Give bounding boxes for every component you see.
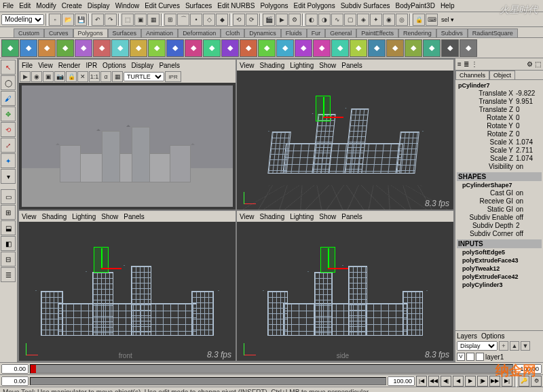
display-alpha-icon[interactable]: α (100, 71, 111, 82)
menu-display[interactable]: Display (88, 2, 110, 9)
input-node[interactable]: polySoftEdge5 (457, 248, 542, 256)
shelf-poly-icon-2[interactable]: ◆ (38, 39, 56, 57)
render-globals-icon[interactable]: ⚙ (288, 14, 301, 26)
history-off-icon[interactable]: ⟳ (246, 14, 258, 26)
keep-image-icon[interactable]: 🔒 (66, 71, 77, 82)
shelf-poly-icon-6[interactable]: ◆ (111, 39, 129, 57)
layers-options-tab[interactable]: Options (481, 332, 504, 340)
shelf-tab-animation[interactable]: Animation (141, 28, 178, 37)
mask-deform-icon[interactable]: ◈ (357, 14, 369, 26)
move-down-icon[interactable]: ▼ (521, 341, 530, 351)
shape-name[interactable]: pCylinderShape7 (457, 181, 542, 189)
render-menu-render[interactable]: Render (58, 62, 81, 69)
vp-menu-shading[interactable]: Shading (260, 213, 285, 220)
input-node[interactable]: polyExtrudeFace42 (457, 273, 542, 281)
rotate-tool-icon[interactable]: ⟲ (1, 122, 16, 137)
render-menu-file[interactable]: File (22, 62, 33, 69)
manip-tool-icon[interactable]: ✦ (1, 153, 16, 168)
auto-key-icon[interactable]: 🔑 (519, 376, 529, 387)
channel-attr[interactable]: Rotate Z0 (457, 130, 542, 138)
cb-manip-icon[interactable]: ≡ (457, 60, 462, 68)
shelf-tab-surfaces[interactable]: Surfaces (108, 28, 142, 37)
viewport-persp[interactable]: ViewShadingLightingShowPanels 8.3 fps (237, 60, 453, 210)
shelf-tab-general[interactable]: General (325, 28, 356, 37)
vp-menu-lighting[interactable]: Lighting (290, 62, 314, 69)
cb-manip2-icon[interactable]: ≣ (464, 60, 469, 68)
layers-tab[interactable]: Layers (457, 332, 477, 340)
shelf-tab-painteffects[interactable]: PaintEffects (356, 28, 398, 37)
vp-menu-lighting[interactable]: Lighting (72, 213, 96, 220)
input-node[interactable]: polyTweak12 (457, 264, 542, 273)
mask-curve-icon[interactable]: ∿ (331, 14, 343, 26)
renderer-dropdown[interactable]: TURTLE (124, 72, 164, 81)
render-icon[interactable]: 🎬 (263, 14, 275, 26)
two-pane-v-icon[interactable]: ◧ (1, 236, 16, 251)
vp-menu-show[interactable]: Show (319, 62, 336, 69)
select-by-hierarchy-icon[interactable]: ⬚ (121, 14, 134, 26)
shape-attr[interactable]: Subdiv Depth2 (457, 222, 542, 230)
shelf-poly-icon-8[interactable]: ◆ (148, 39, 166, 57)
menu-edit-curves[interactable]: Edit Curves (145, 2, 180, 9)
last-tool-icon[interactable]: ▾ (1, 169, 16, 184)
select-by-object-icon[interactable]: ▣ (134, 14, 147, 26)
shelf-poly-icon-13[interactable]: ◆ (240, 39, 257, 57)
goto-end-icon[interactable]: ▶| (502, 376, 512, 387)
four-pane-icon[interactable]: ⊞ (1, 205, 16, 220)
channel-attr[interactable]: Rotate Y0 (457, 122, 542, 130)
shelf-poly-icon-25[interactable]: ◆ (460, 39, 477, 57)
render-menu-options[interactable]: Options (102, 62, 126, 69)
shelf-poly-icon-23[interactable]: ◆ (423, 39, 441, 57)
shape-attr[interactable]: Static GIon (457, 205, 542, 214)
shelf-poly-icon-12[interactable]: ◆ (221, 39, 239, 57)
snap-curve-icon[interactable]: ⌒ (177, 14, 189, 26)
save-scene-icon[interactable]: 💾 (75, 14, 87, 26)
channel-attr[interactable]: Translate Y9.951 (457, 98, 542, 106)
shelf-poly-icon-9[interactable]: ◆ (166, 39, 184, 57)
two-pane-h-icon[interactable]: ⬓ (1, 220, 16, 235)
cb-close-icon[interactable]: ⬚ (535, 60, 541, 68)
shelf-poly-icon-10[interactable]: ◆ (185, 39, 202, 57)
viewport-front[interactable]: ViewShadingLightingShowPanels front 8.3 … (19, 211, 236, 361)
shelf-poly-icon-15[interactable]: ◆ (276, 39, 294, 57)
mask-dynamic-icon[interactable]: ✦ (370, 14, 382, 26)
shelf-tab-subdivs[interactable]: Subdivs (436, 28, 468, 37)
channel-attr[interactable]: Scale Y2.711 (457, 146, 542, 155)
cb-settings-icon[interactable]: ⚙ (527, 60, 533, 68)
play-fwd-icon[interactable]: ▶ (465, 376, 476, 387)
shape-attr[interactable]: Subdiv Corneroff (457, 230, 542, 238)
viewport-side[interactable]: ViewShadingLightingShowPanels side 8.3 f… (237, 211, 453, 361)
remove-image-icon[interactable]: ✕ (77, 71, 88, 82)
time-end-field[interactable] (514, 364, 542, 374)
render-region-icon[interactable]: ▣ (43, 71, 54, 82)
vp-menu-show[interactable]: Show (319, 213, 336, 220)
vp-menu-panels[interactable]: Panels (124, 213, 145, 220)
open-scene-icon[interactable]: 📂 (62, 14, 74, 26)
time-start-field[interactable] (1, 364, 29, 374)
shape-attr[interactable]: Cast GIon (457, 189, 542, 197)
three-pane-icon[interactable]: ⊟ (1, 252, 16, 267)
snap-grid-icon[interactable]: ⊞ (164, 14, 176, 26)
mask-surface-icon[interactable]: ▢ (344, 14, 356, 26)
mask-joint-icon[interactable]: ◑ (318, 14, 331, 26)
outliner-pane-icon[interactable]: ☰ (1, 267, 16, 282)
lasso-tool-icon[interactable]: ◯ (1, 75, 16, 90)
layer-display-mode[interactable]: Display (457, 341, 498, 351)
layer-row[interactable]: V layer1 (457, 353, 542, 361)
layer-type-toggle[interactable] (466, 353, 474, 361)
vp-menu-show[interactable]: Show (101, 213, 118, 220)
move-tool-icon[interactable]: ✥ (1, 106, 16, 121)
shelf-tab-cloth[interactable]: Cloth (221, 28, 244, 37)
menu-create[interactable]: Create (62, 2, 82, 9)
menu-edit-polygons[interactable]: Edit Polygons (294, 2, 335, 9)
display-rgb-icon[interactable]: ▦ (112, 71, 123, 82)
prev-key-icon[interactable]: ◀| (441, 376, 451, 387)
mask-render-icon[interactable]: ◉ (383, 14, 395, 26)
snap-live-icon[interactable]: ◆ (216, 14, 228, 26)
new-scene-icon[interactable]: ▫ (49, 14, 61, 26)
undo-icon[interactable]: ↶ (92, 14, 104, 26)
snapshot-icon[interactable]: 📷 (54, 71, 65, 82)
shelf-tab-curves[interactable]: Curves (44, 28, 73, 37)
render-menu-display[interactable]: Display (132, 62, 154, 69)
select-by-component-icon[interactable]: ▦ (147, 14, 160, 26)
input-node[interactable]: polyCylinder3 (457, 281, 542, 289)
